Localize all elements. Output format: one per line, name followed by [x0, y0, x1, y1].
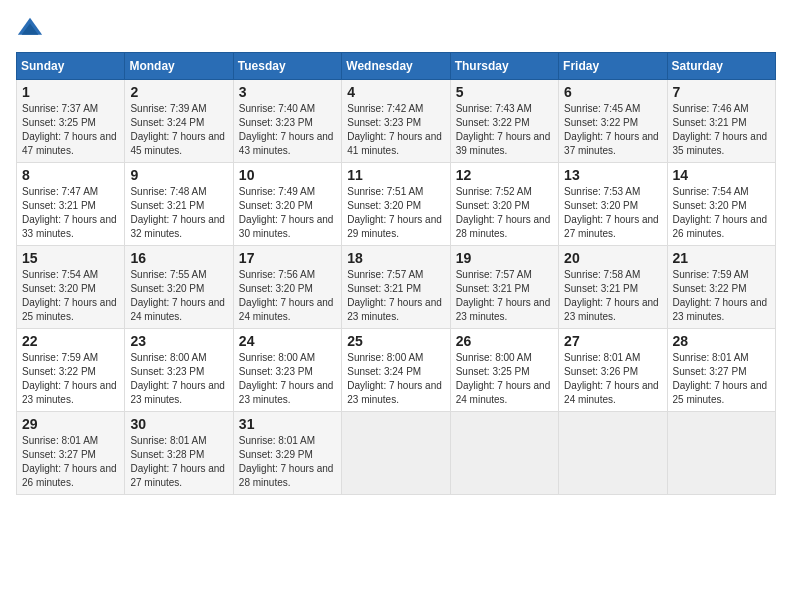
day-info: Sunrise: 7:45 AMSunset: 3:22 PMDaylight:…	[564, 102, 661, 158]
calendar-cell: 4Sunrise: 7:42 AMSunset: 3:23 PMDaylight…	[342, 80, 450, 163]
day-info: Sunrise: 7:57 AMSunset: 3:21 PMDaylight:…	[347, 268, 444, 324]
day-number: 14	[673, 167, 770, 183]
calendar-cell: 2Sunrise: 7:39 AMSunset: 3:24 PMDaylight…	[125, 80, 233, 163]
day-number: 12	[456, 167, 553, 183]
day-info: Sunrise: 7:39 AMSunset: 3:24 PMDaylight:…	[130, 102, 227, 158]
day-info: Sunrise: 7:37 AMSunset: 3:25 PMDaylight:…	[22, 102, 119, 158]
day-info: Sunrise: 7:58 AMSunset: 3:21 PMDaylight:…	[564, 268, 661, 324]
day-info: Sunrise: 7:49 AMSunset: 3:20 PMDaylight:…	[239, 185, 336, 241]
day-number: 3	[239, 84, 336, 100]
day-number: 5	[456, 84, 553, 100]
weekday-header: Sunday	[17, 53, 125, 80]
calendar-cell: 17Sunrise: 7:56 AMSunset: 3:20 PMDayligh…	[233, 246, 341, 329]
day-info: Sunrise: 8:00 AMSunset: 3:24 PMDaylight:…	[347, 351, 444, 407]
weekday-header: Monday	[125, 53, 233, 80]
logo	[16, 16, 48, 44]
day-info: Sunrise: 8:01 AMSunset: 3:27 PMDaylight:…	[673, 351, 770, 407]
calendar-week-row: 22Sunrise: 7:59 AMSunset: 3:22 PMDayligh…	[17, 329, 776, 412]
day-number: 27	[564, 333, 661, 349]
calendar-cell: 29Sunrise: 8:01 AMSunset: 3:27 PMDayligh…	[17, 412, 125, 495]
calendar-cell	[559, 412, 667, 495]
calendar-cell: 12Sunrise: 7:52 AMSunset: 3:20 PMDayligh…	[450, 163, 558, 246]
day-info: Sunrise: 7:48 AMSunset: 3:21 PMDaylight:…	[130, 185, 227, 241]
day-info: Sunrise: 7:43 AMSunset: 3:22 PMDaylight:…	[456, 102, 553, 158]
calendar-cell: 23Sunrise: 8:00 AMSunset: 3:23 PMDayligh…	[125, 329, 233, 412]
day-number: 7	[673, 84, 770, 100]
calendar-cell: 5Sunrise: 7:43 AMSunset: 3:22 PMDaylight…	[450, 80, 558, 163]
calendar-cell: 22Sunrise: 7:59 AMSunset: 3:22 PMDayligh…	[17, 329, 125, 412]
weekday-header-row: SundayMondayTuesdayWednesdayThursdayFrid…	[17, 53, 776, 80]
calendar-cell: 13Sunrise: 7:53 AMSunset: 3:20 PMDayligh…	[559, 163, 667, 246]
weekday-header: Friday	[559, 53, 667, 80]
day-number: 8	[22, 167, 119, 183]
day-number: 26	[456, 333, 553, 349]
day-number: 30	[130, 416, 227, 432]
calendar-cell: 8Sunrise: 7:47 AMSunset: 3:21 PMDaylight…	[17, 163, 125, 246]
calendar-cell: 28Sunrise: 8:01 AMSunset: 3:27 PMDayligh…	[667, 329, 775, 412]
weekday-header: Tuesday	[233, 53, 341, 80]
day-number: 11	[347, 167, 444, 183]
day-number: 15	[22, 250, 119, 266]
calendar-cell: 7Sunrise: 7:46 AMSunset: 3:21 PMDaylight…	[667, 80, 775, 163]
calendar-cell: 3Sunrise: 7:40 AMSunset: 3:23 PMDaylight…	[233, 80, 341, 163]
calendar-cell: 1Sunrise: 7:37 AMSunset: 3:25 PMDaylight…	[17, 80, 125, 163]
weekday-header: Thursday	[450, 53, 558, 80]
day-number: 25	[347, 333, 444, 349]
calendar-table: SundayMondayTuesdayWednesdayThursdayFrid…	[16, 52, 776, 495]
calendar-cell: 6Sunrise: 7:45 AMSunset: 3:22 PMDaylight…	[559, 80, 667, 163]
day-info: Sunrise: 8:01 AMSunset: 3:26 PMDaylight:…	[564, 351, 661, 407]
day-number: 13	[564, 167, 661, 183]
day-info: Sunrise: 8:00 AMSunset: 3:25 PMDaylight:…	[456, 351, 553, 407]
day-info: Sunrise: 7:55 AMSunset: 3:20 PMDaylight:…	[130, 268, 227, 324]
day-number: 17	[239, 250, 336, 266]
day-number: 28	[673, 333, 770, 349]
day-number: 6	[564, 84, 661, 100]
calendar-week-row: 8Sunrise: 7:47 AMSunset: 3:21 PMDaylight…	[17, 163, 776, 246]
page-header	[16, 16, 776, 44]
day-number: 29	[22, 416, 119, 432]
day-number: 22	[22, 333, 119, 349]
calendar-cell: 18Sunrise: 7:57 AMSunset: 3:21 PMDayligh…	[342, 246, 450, 329]
day-info: Sunrise: 7:56 AMSunset: 3:20 PMDaylight:…	[239, 268, 336, 324]
day-info: Sunrise: 8:00 AMSunset: 3:23 PMDaylight:…	[239, 351, 336, 407]
day-number: 18	[347, 250, 444, 266]
day-info: Sunrise: 8:01 AMSunset: 3:29 PMDaylight:…	[239, 434, 336, 490]
day-info: Sunrise: 7:57 AMSunset: 3:21 PMDaylight:…	[456, 268, 553, 324]
calendar-cell: 20Sunrise: 7:58 AMSunset: 3:21 PMDayligh…	[559, 246, 667, 329]
day-info: Sunrise: 7:51 AMSunset: 3:20 PMDaylight:…	[347, 185, 444, 241]
day-info: Sunrise: 7:59 AMSunset: 3:22 PMDaylight:…	[22, 351, 119, 407]
day-number: 21	[673, 250, 770, 266]
calendar-cell: 25Sunrise: 8:00 AMSunset: 3:24 PMDayligh…	[342, 329, 450, 412]
calendar-cell: 16Sunrise: 7:55 AMSunset: 3:20 PMDayligh…	[125, 246, 233, 329]
day-number: 1	[22, 84, 119, 100]
calendar-cell: 21Sunrise: 7:59 AMSunset: 3:22 PMDayligh…	[667, 246, 775, 329]
day-number: 20	[564, 250, 661, 266]
calendar-week-row: 1Sunrise: 7:37 AMSunset: 3:25 PMDaylight…	[17, 80, 776, 163]
day-info: Sunrise: 7:54 AMSunset: 3:20 PMDaylight:…	[673, 185, 770, 241]
calendar-cell: 14Sunrise: 7:54 AMSunset: 3:20 PMDayligh…	[667, 163, 775, 246]
day-info: Sunrise: 8:01 AMSunset: 3:27 PMDaylight:…	[22, 434, 119, 490]
day-info: Sunrise: 8:00 AMSunset: 3:23 PMDaylight:…	[130, 351, 227, 407]
day-info: Sunrise: 7:59 AMSunset: 3:22 PMDaylight:…	[673, 268, 770, 324]
day-info: Sunrise: 7:52 AMSunset: 3:20 PMDaylight:…	[456, 185, 553, 241]
calendar-cell: 31Sunrise: 8:01 AMSunset: 3:29 PMDayligh…	[233, 412, 341, 495]
day-info: Sunrise: 7:47 AMSunset: 3:21 PMDaylight:…	[22, 185, 119, 241]
day-number: 19	[456, 250, 553, 266]
calendar-cell: 9Sunrise: 7:48 AMSunset: 3:21 PMDaylight…	[125, 163, 233, 246]
calendar-cell: 24Sunrise: 8:00 AMSunset: 3:23 PMDayligh…	[233, 329, 341, 412]
day-info: Sunrise: 8:01 AMSunset: 3:28 PMDaylight:…	[130, 434, 227, 490]
day-info: Sunrise: 7:46 AMSunset: 3:21 PMDaylight:…	[673, 102, 770, 158]
calendar-cell: 10Sunrise: 7:49 AMSunset: 3:20 PMDayligh…	[233, 163, 341, 246]
day-number: 4	[347, 84, 444, 100]
weekday-header: Saturday	[667, 53, 775, 80]
calendar-cell: 26Sunrise: 8:00 AMSunset: 3:25 PMDayligh…	[450, 329, 558, 412]
calendar-cell: 27Sunrise: 8:01 AMSunset: 3:26 PMDayligh…	[559, 329, 667, 412]
day-number: 10	[239, 167, 336, 183]
calendar-week-row: 29Sunrise: 8:01 AMSunset: 3:27 PMDayligh…	[17, 412, 776, 495]
calendar-cell: 19Sunrise: 7:57 AMSunset: 3:21 PMDayligh…	[450, 246, 558, 329]
calendar-cell	[450, 412, 558, 495]
logo-icon	[16, 16, 44, 44]
day-number: 16	[130, 250, 227, 266]
weekday-header: Wednesday	[342, 53, 450, 80]
day-number: 9	[130, 167, 227, 183]
